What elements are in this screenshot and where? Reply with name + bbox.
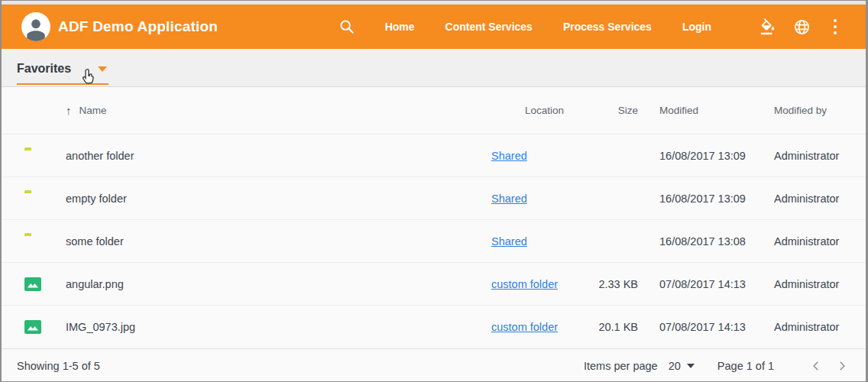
location-link[interactable]: Shared [491, 235, 527, 248]
table-header-row: ↑ Name Location Size Modified Modified b… [2, 87, 866, 134]
table-row[interactable]: some folder Shared 16/08/2017 13:08 Admi… [2, 220, 866, 263]
document-list: ↑ Name Location Size Modified Modified b… [2, 87, 866, 348]
modified-by: Administrator [774, 278, 850, 290]
file-name: angular.png [66, 278, 491, 290]
previous-page-button[interactable] [806, 356, 826, 376]
modified-by: Administrator [774, 321, 850, 333]
modified-date: 07/08/2017 14:13 [644, 278, 774, 290]
location-link[interactable]: custom folder [491, 278, 558, 290]
header-icon-group [743, 18, 844, 36]
sort-ascending-icon: ↑ [66, 104, 72, 117]
items-per-page-label: Items per page [584, 360, 658, 372]
table-row[interactable]: IMG_0973.jpg custom folder 20.1 KB 07/08… [2, 306, 866, 348]
nav-item-login[interactable]: Login [667, 21, 727, 33]
modified-date: 16/08/2017 13:09 [644, 193, 774, 205]
favorites-label: Favorites [17, 62, 71, 76]
person-icon [23, 15, 49, 41]
chevron-down-icon [98, 66, 107, 72]
file-name: empty folder [66, 193, 491, 205]
column-header-modified[interactable]: Modified [644, 105, 774, 116]
file-name: some folder [66, 235, 491, 248]
modified-by: Administrator [774, 235, 850, 248]
pagination-bar: Showing 1-5 of 5 Items per page 20 Page … [2, 348, 866, 382]
modified-by: Administrator [774, 193, 850, 205]
modified-by: Administrator [774, 150, 850, 162]
showing-count: Showing 1-5 of 5 [17, 360, 100, 372]
items-per-page-value: 20 [669, 360, 681, 372]
column-header-size[interactable]: Size [583, 105, 644, 116]
next-page-button[interactable] [832, 356, 852, 376]
table-row[interactable]: angular.png custom folder 2.33 KB 07/08/… [2, 263, 866, 306]
nav-item-home[interactable]: Home [370, 21, 430, 33]
main-nav: Home Content Services Process Services L… [370, 21, 727, 33]
table-row[interactable]: empty folder Shared 16/08/2017 13:09 Adm… [2, 177, 866, 220]
location-link[interactable]: Shared [491, 150, 527, 162]
paint-bucket-icon[interactable] [759, 18, 777, 36]
user-avatar [21, 12, 50, 41]
app-title: ADF Demo Application [58, 18, 218, 35]
search-icon[interactable] [338, 18, 356, 36]
table-row[interactable]: another folder Shared 16/08/2017 13:09 A… [2, 134, 866, 177]
nav-item-content-services[interactable]: Content Services [430, 21, 548, 33]
modified-date: 16/08/2017 13:08 [644, 235, 774, 248]
image-file-icon [24, 320, 41, 334]
file-name: another folder [66, 150, 491, 162]
column-header-location[interactable]: Location [491, 105, 583, 116]
nav-item-process-services[interactable]: Process Services [548, 21, 667, 33]
location-link[interactable]: custom folder [491, 321, 558, 333]
file-size: 2.33 KB [583, 278, 644, 290]
app-window: ADF Demo Application Home Content Servic… [0, 0, 868, 382]
modified-date: 07/08/2017 14:13 [644, 321, 774, 333]
items-per-page-select[interactable]: 20 [669, 360, 695, 372]
favorites-dropdown[interactable]: Favorites [17, 62, 108, 85]
column-header-name[interactable]: ↑ Name [66, 104, 491, 117]
column-header-modified-by[interactable]: Modified by [774, 105, 850, 116]
file-size: 20.1 KB [583, 321, 644, 333]
content-toolbar: Favorites [2, 49, 866, 87]
modified-date: 16/08/2017 13:09 [644, 150, 774, 162]
pagination-controls: Items per page 20 Page 1 of 1 [584, 356, 852, 376]
globe-icon[interactable] [792, 18, 811, 36]
chevron-down-icon [687, 364, 695, 368]
page-indicator: Page 1 of 1 [717, 360, 774, 372]
location-link[interactable]: Shared [491, 193, 527, 205]
kebab-menu-icon[interactable] [826, 18, 844, 36]
image-file-icon [24, 277, 41, 291]
file-name: IMG_0973.jpg [66, 321, 491, 333]
app-header: ADF Demo Application Home Content Servic… [2, 5, 866, 49]
